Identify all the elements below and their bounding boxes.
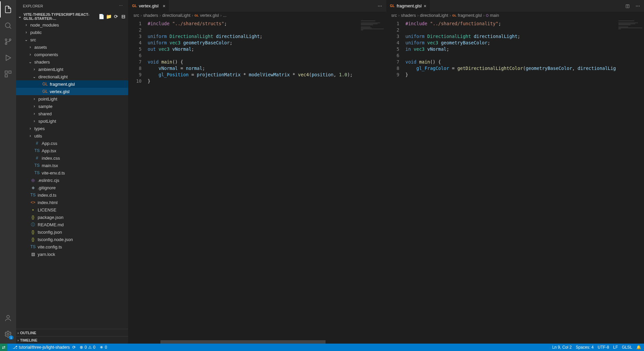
new-folder-icon[interactable]: 📁: [105, 13, 112, 20]
breadcrumb-item[interactable]: src: [391, 13, 397, 18]
breadcrumb-item[interactable]: ⬡main: [486, 13, 499, 18]
activity-explorer[interactable]: [0, 1, 16, 17]
file-.eslintrc.cjs[interactable]: ◎.eslintrc.cjs: [16, 177, 128, 184]
file-vertex.glsl[interactable]: GLvertex.glsl: [16, 88, 128, 95]
file-.gitignore[interactable]: ◆.gitignore: [16, 184, 128, 191]
folder-src[interactable]: ⌄src: [16, 36, 128, 43]
file-index.d.ts[interactable]: TSindex.d.ts: [16, 191, 128, 199]
breadcrumb-item[interactable]: directionalLight: [162, 13, 190, 18]
timeline-section[interactable]: › TIMELINE: [16, 336, 128, 344]
code-content[interactable]: #include "../shared/functionality"; unif…: [406, 19, 617, 344]
file-App.tsx[interactable]: TSApp.tsx: [16, 147, 128, 154]
tree-label: tsconfig.json: [38, 230, 62, 235]
file-fragment.glsl[interactable]: GLfragment.glsl: [16, 80, 128, 88]
project-section[interactable]: ⌄ VITE-THREEJS-TYPESCRIPT-REACT-GLSL-STA…: [16, 12, 128, 21]
file-type-icon: GL: [42, 89, 48, 94]
activity-account[interactable]: [0, 310, 16, 326]
file-package.json[interactable]: {}package.json: [16, 213, 128, 221]
svg-point-4: [9, 39, 11, 41]
folder-shaders[interactable]: ⌄shaders: [16, 58, 128, 66]
activity-settings[interactable]: 1: [0, 326, 16, 342]
file-index.html[interactable]: <>index.html: [16, 199, 128, 206]
close-icon[interactable]: ×: [163, 4, 165, 8]
status-problems[interactable]: ⊗0 ⚠0: [80, 345, 95, 350]
file-index.css[interactable]: #index.css: [16, 154, 128, 162]
breadcrumb-item[interactable]: shaders: [401, 13, 416, 18]
tree-label: vertex.glsl: [50, 89, 70, 94]
file-tsconfig.json[interactable]: {}tsconfig.json: [16, 228, 128, 236]
folder-assets[interactable]: ›assets: [16, 43, 128, 51]
new-file-icon[interactable]: 📄: [98, 13, 105, 20]
folder-components[interactable]: ›components: [16, 51, 128, 58]
file-yarn.lock[interactable]: ▤yarn.lock: [16, 250, 128, 258]
minimap[interactable]: [617, 19, 644, 344]
activity-debug[interactable]: [0, 50, 16, 66]
activity-scm[interactable]: [0, 34, 16, 50]
status-ports[interactable]: ⛯0: [100, 345, 107, 350]
breadcrumb-item[interactable]: src: [134, 13, 139, 18]
file-vite-env.d.ts[interactable]: TSvite-env.d.ts: [16, 169, 128, 177]
tab-vertex[interactable]: GL vertex.glsl ×: [129, 0, 169, 12]
status-eol[interactable]: LF: [613, 345, 618, 350]
more-icon[interactable]: ⋯: [376, 3, 384, 8]
breadcrumb[interactable]: src›shaders›directionalLight›GLvertex.gl…: [129, 12, 386, 19]
folder-sample[interactable]: ›sample: [16, 103, 128, 110]
activity-extensions[interactable]: [0, 66, 16, 82]
file-main.tsx[interactable]: TSmain.tsx: [16, 162, 128, 169]
folder-public[interactable]: ›public: [16, 29, 128, 36]
split-editor-icon[interactable]: ◫: [624, 3, 631, 8]
tree-label: node_modules: [30, 23, 59, 28]
folder-spotLight[interactable]: ›spotLight: [16, 117, 128, 125]
file-LICENSE[interactable]: ▪LICENSE: [16, 206, 128, 213]
outline-section[interactable]: › OUTLINE: [16, 329, 128, 336]
folder-utils[interactable]: ›utils: [16, 132, 128, 140]
file-type-icon: {}: [30, 214, 36, 220]
status-spaces[interactable]: Spaces: 4: [576, 345, 594, 350]
tree-label: vite-env.d.ts: [42, 170, 65, 176]
breadcrumb-item[interactable]: ...: [223, 13, 226, 18]
close-icon[interactable]: ×: [424, 4, 426, 8]
file-type-icon: ⓘ: [30, 222, 36, 227]
breadcrumb-item[interactable]: GLfragment.glsl: [452, 13, 482, 18]
refresh-icon[interactable]: ⟳: [113, 13, 119, 20]
more-icon[interactable]: ⋯: [634, 3, 641, 8]
breadcrumb[interactable]: src›shaders›directionalLight›GLfragment.…: [387, 12, 644, 19]
code-content[interactable]: #include "../shared/structs"; uniform Di…: [148, 19, 359, 344]
status-branch[interactable]: ⎇ tutorial/three-js/light-shaders ⟳: [13, 345, 76, 350]
file-tree: ›node_modules›public⌄src›assets›componen…: [16, 21, 128, 329]
minimap[interactable]: [359, 19, 386, 344]
sidebar-more-icon[interactable]: ⋯: [119, 4, 123, 8]
horizontal-scrollbar[interactable]: [148, 340, 359, 344]
folder-types[interactable]: ›types: [16, 125, 128, 132]
file-type-icon: ▤: [30, 251, 36, 257]
folder-directionalLight[interactable]: ⌄directionalLight: [16, 73, 128, 80]
activity-search[interactable]: [0, 17, 16, 34]
folder-shared[interactable]: ›shared: [16, 110, 128, 117]
folder-pointLight[interactable]: ›pointLight: [16, 95, 128, 103]
file-type-icon: ◎: [30, 178, 36, 183]
tab-fragment[interactable]: GL fragment.glsl ×: [387, 0, 430, 12]
code-editor-1[interactable]: 12345678910 #include "../shared/structs"…: [129, 19, 386, 344]
tree-label: utils: [34, 133, 42, 139]
status-feedback[interactable]: 🔔: [636, 345, 641, 350]
glsl-file-icon: GL: [390, 4, 395, 8]
svg-point-9: [7, 315, 9, 318]
remote-indicator[interactable]: ⇄: [0, 344, 7, 351]
file-README.md[interactable]: ⓘREADME.md: [16, 221, 128, 228]
status-lang[interactable]: GLSL: [622, 345, 632, 350]
folder-ambientLight[interactable]: ›ambientLight: [16, 66, 128, 73]
file-tsconfig.node.json[interactable]: {}tsconfig.node.json: [16, 236, 128, 243]
file-App.css[interactable]: #App.css: [16, 140, 128, 147]
file-type-icon: TS: [30, 192, 36, 198]
status-encoding[interactable]: UTF-8: [598, 345, 609, 350]
breadcrumb-item[interactable]: directionalLight: [420, 13, 448, 18]
chevron-right-icon: ›: [17, 331, 19, 335]
folder-node_modules[interactable]: ›node_modules: [16, 21, 128, 29]
status-lncol[interactable]: Ln 9, Col 2: [552, 345, 572, 350]
tree-label: spotLight: [38, 119, 56, 124]
collapse-all-icon[interactable]: ⊟: [120, 13, 127, 20]
code-editor-2[interactable]: 123456789 #include "../shared/functional…: [387, 19, 644, 344]
file-vite.config.ts[interactable]: TSvite.config.ts: [16, 243, 128, 250]
breadcrumb-item[interactable]: GLvertex.glsl: [194, 13, 219, 18]
breadcrumb-item[interactable]: shaders: [143, 13, 158, 18]
